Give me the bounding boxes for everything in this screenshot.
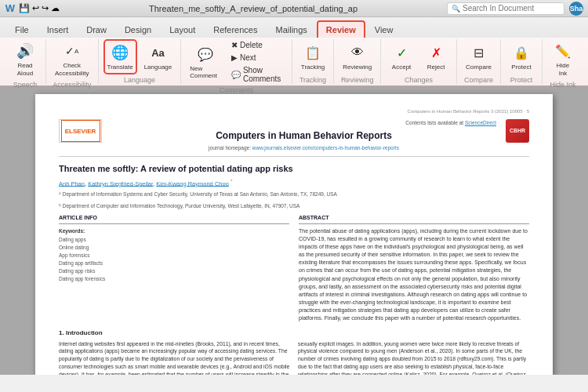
compare-label: Compare <box>466 64 492 71</box>
check-accessibility-button[interactable]: ✓A CheckAccessibility <box>51 39 93 79</box>
reviewing-buttons: 👁 Reviewing <box>339 39 376 74</box>
check-accessibility-icon: ✓A <box>63 42 82 60</box>
show-comments-button[interactable]: 💬 Show Comments <box>227 64 287 85</box>
protect-label: Protect <box>511 64 531 71</box>
auto-save-icon[interactable]: ☁ <box>51 3 60 13</box>
journal-url[interactable]: www.journals.elsevier.com/computers-in-h… <box>252 145 399 151</box>
new-comment-button[interactable]: 💬 New Comment <box>186 42 225 82</box>
article-info-title: ARTICLE INFO <box>59 214 289 224</box>
ribbon-tabs: File Insert Draw Design Layout Reference… <box>0 17 588 38</box>
paper-title: Threaten me softly: A review of potentia… <box>59 163 529 175</box>
translate-icon: 🌐 <box>111 43 129 62</box>
ribbon-group-protect: 🔒 Protect Protect <box>501 39 543 84</box>
tab-mailings[interactable]: Mailings <box>267 21 315 38</box>
tab-design[interactable]: Design <box>116 21 160 38</box>
search-input[interactable] <box>463 4 557 13</box>
quick-access-toolbar[interactable]: 💾 ↩ ↪ ☁ <box>19 3 60 13</box>
journal-homepage: journal homepage: www.journals.elsevier.… <box>111 144 496 151</box>
keyword-4: Dating app artifacts <box>59 260 289 267</box>
abstract-column: ABSTRACT The potential abuse of dating a… <box>299 214 529 322</box>
intro-columns: Internet dating websites first appeared … <box>59 340 529 375</box>
changes-buttons: ✓ Accept ✗ Reject <box>386 39 452 74</box>
compare-buttons: ⊟ Compare <box>462 39 495 74</box>
title-bar: W 💾 ↩ ↪ ☁ Threaten_me_softly_A_review_of… <box>0 0 588 17</box>
language-group-label: Language <box>103 76 176 84</box>
translate-button[interactable]: 🌐 Translate <box>103 39 137 74</box>
comment-actions: ✖ Delete ▶ Next 💬 Show Comments <box>227 39 287 85</box>
translate-label: Translate <box>107 64 133 71</box>
cbhr-badge: CBHR <box>506 119 529 143</box>
reject-button[interactable]: ✗ Reject <box>420 41 452 73</box>
title-bar-left: W 💾 ↩ ↪ ☁ <box>5 3 60 14</box>
ribbon-group-changes: ✓ Accept ✗ Reject Changes <box>381 39 457 84</box>
affiliation-2: ᵇ Department of Computer and Information… <box>59 202 529 209</box>
tab-layout[interactable]: Layout <box>161 21 204 38</box>
title-right: 🔍 Sha <box>447 2 583 16</box>
sciencedirect-link[interactable]: ScienceDirect <box>465 120 496 125</box>
reject-icon: ✗ <box>426 43 445 62</box>
read-aloud-icon: 🔊 <box>16 42 34 60</box>
language-buttons: 🌐 Translate Aa Language <box>103 39 176 74</box>
undo-icon[interactable]: ↩ <box>32 3 39 13</box>
redo-icon[interactable]: ↪ <box>42 3 49 13</box>
tracking-icon: 📋 <box>303 43 322 62</box>
reviewing-label: Reviewing <box>343 64 372 71</box>
avatar[interactable]: Sha <box>569 2 583 16</box>
intro-col1: Internet dating websites first appeared … <box>59 340 290 375</box>
read-aloud-button[interactable]: 🔊 ReadAloud <box>9 39 41 79</box>
author-phan: Anh Phan <box>59 180 85 187</box>
next-label: Next <box>240 53 256 62</box>
accessibility-buttons: ✓A CheckAccessibility <box>51 39 93 79</box>
reviewing-button[interactable]: 👁 Reviewing <box>339 41 376 73</box>
tab-view[interactable]: View <box>366 21 402 38</box>
protect-button[interactable]: 🔒 Protect <box>506 41 537 73</box>
protect-group-label: Protect <box>506 76 537 84</box>
speech-group-label: Speech <box>9 81 41 89</box>
search-box[interactable]: 🔍 <box>447 2 564 15</box>
protect-buttons: 🔒 Protect <box>506 39 537 74</box>
tracking-label: Tracking <box>301 64 325 71</box>
tracking-group-label: Tracking <box>297 76 328 84</box>
protect-icon: 🔒 <box>512 43 531 62</box>
affiliation-1: ᵃ Department of Information Systems and … <box>59 191 529 198</box>
reject-label: Reject <box>427 64 445 71</box>
tracking-button[interactable]: 📋 Tracking <box>297 41 328 73</box>
hide-ink-label: HideInk <box>557 62 569 77</box>
compare-button[interactable]: ⊟ Compare <box>462 41 495 73</box>
next-button[interactable]: ▶ Next <box>227 52 287 64</box>
language-button[interactable]: Aa Language <box>140 41 176 73</box>
tab-review[interactable]: Review <box>317 20 365 38</box>
changes-group-label: Changes <box>386 76 452 84</box>
document-title: Threaten_me_softly_A_review_of_potential… <box>60 4 447 13</box>
article-columns: ARTICLE INFO Keywords: Dating apps Onlin… <box>59 214 529 322</box>
ribbon-group-comments: 💬 New Comment ✖ Delete ▶ Next 💬 Show Com… <box>181 39 292 84</box>
available-at: Contents lists available at ScienceDirec… <box>111 119 496 126</box>
accept-button[interactable]: ✓ Accept <box>386 41 417 73</box>
language-icon: Aa <box>148 43 167 62</box>
new-comment-label: New Comment <box>190 65 221 79</box>
tab-references[interactable]: References <box>205 21 266 38</box>
accept-label: Accept <box>392 64 411 71</box>
delete-button[interactable]: ✖ Delete <box>227 39 287 51</box>
document-page: Computers in Human Behavior Reports 3 (2… <box>35 94 553 375</box>
hide-ink-group-label: Hide Ink <box>547 81 579 89</box>
keyword-2: Online dating <box>59 243 289 251</box>
hide-ink-button[interactable]: ✏️ HideInk <box>547 39 579 79</box>
intro-section-title: 1. Introduction <box>59 328 529 337</box>
search-icon: 🔍 <box>452 5 460 13</box>
document-area: Computers in Human Behavior Reports 3 (2… <box>0 86 588 375</box>
paper-authors: Anh Phan, Kathryn Siegfried-Spellar, Kim… <box>59 178 529 188</box>
keywords-list: Dating apps Online dating App forensics … <box>59 235 289 283</box>
tracking-buttons: 📋 Tracking <box>297 39 328 74</box>
abstract-title: ABSTRACT <box>299 214 529 224</box>
keyword-3: App forensics <box>59 251 289 259</box>
keyword-1: Dating apps <box>59 235 289 243</box>
tab-draw[interactable]: Draw <box>78 21 115 38</box>
ribbon-group-compare: ⊟ Compare Compare <box>457 39 501 84</box>
elsevier-logo: ELSEVIER <box>59 119 102 143</box>
tab-file[interactable]: File <box>6 21 38 38</box>
keyword-5: Dating app risks <box>59 267 289 275</box>
hide-ink-icon: ✏️ <box>554 42 572 60</box>
save-icon[interactable]: 💾 <box>19 3 30 13</box>
tab-insert[interactable]: Insert <box>38 21 78 38</box>
